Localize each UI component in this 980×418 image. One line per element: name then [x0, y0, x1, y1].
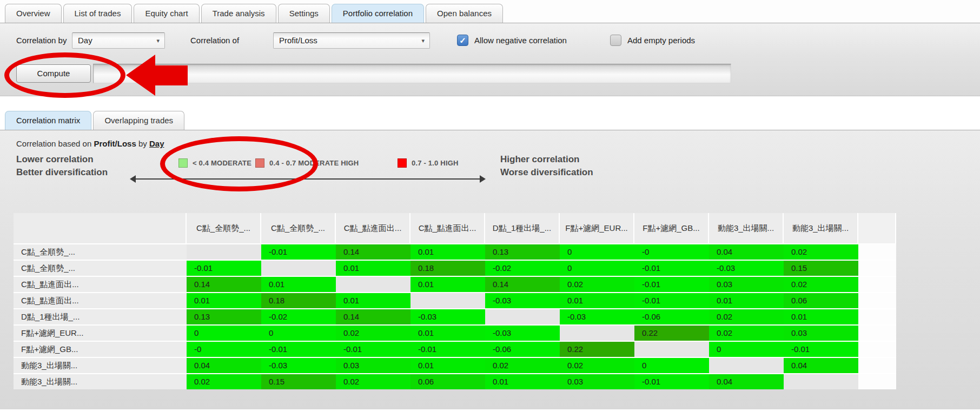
- matrix-cell: 0.02: [560, 358, 634, 373]
- matrix-cell: 0.18: [410, 261, 485, 276]
- matrix-row-filler: [858, 342, 896, 357]
- tab-correlation-matrix[interactable]: Correlation matrix: [5, 111, 91, 130]
- summary-metric: Profit/Loss: [94, 139, 136, 148]
- matrix-column-header: C點_全順勢_...: [261, 213, 336, 243]
- matrix-column-header: C點_點進面出...: [336, 213, 410, 243]
- matrix-column-header: D點_1種出場_...: [485, 213, 560, 243]
- matrix-cell: -0: [634, 244, 709, 260]
- matrix-cell: 0.14: [485, 277, 560, 292]
- matrix-cell: [709, 358, 784, 373]
- matrix-cell: 0: [634, 358, 709, 373]
- add-empty-periods-label: Add empty periods: [627, 35, 695, 46]
- correlation-matrix-panel: Correlation based on Profit/Loss by Day …: [0, 130, 980, 409]
- matrix-cell: -0.03: [410, 309, 485, 324]
- correlation-matrix-grid: C點_全順勢_...C點_全順勢_...C點_點進面出...C點_點進面出...…: [14, 213, 896, 389]
- tab-settings[interactable]: Settings: [278, 4, 330, 23]
- matrix-cell: -0.06: [485, 342, 560, 357]
- matrix-cell: -0.01: [261, 244, 336, 260]
- matrix-cell: 0.04: [187, 358, 261, 373]
- matrix-cell: 0.04: [709, 374, 784, 389]
- matrix-cell: 0.02: [187, 374, 261, 389]
- matrix-cell: -0.01: [634, 374, 709, 389]
- tab-overview[interactable]: Overview: [5, 4, 62, 23]
- results-tab-bar: Correlation matrix Overlapping trades: [0, 109, 980, 130]
- matrix-cell: 0.02: [560, 277, 634, 292]
- add-empty-periods-checkbox[interactable]: [610, 35, 621, 46]
- matrix-cell: 0.03: [784, 326, 858, 341]
- main-tab-bar: Overview List of trades Equity chart Tra…: [0, 0, 980, 23]
- matrix-cell: 0.02: [336, 326, 410, 341]
- matrix-row-label: C點_全順勢_...: [14, 261, 187, 276]
- tab-trade-analysis[interactable]: Trade analysis: [201, 4, 276, 23]
- matrix-row-filler: [858, 293, 896, 308]
- matrix-cell: [410, 293, 485, 308]
- correlation-of-label: Correlation of: [190, 32, 239, 49]
- matrix-cell: 0: [560, 261, 634, 276]
- red-circle-annotation-legend: [160, 136, 318, 191]
- matrix-cell: 0.01: [410, 244, 485, 260]
- tab-equity-chart[interactable]: Equity chart: [134, 4, 199, 23]
- correlation-of-dropdown[interactable]: Profit/Loss ▾: [273, 32, 430, 49]
- allow-negative-correlation-checkbox[interactable]: ✓: [457, 35, 468, 46]
- matrix-row-label: 動能3_出場關...: [14, 358, 187, 373]
- matrix-cell: -0.01: [634, 293, 709, 308]
- correlation-of-value: Profit/Loss: [279, 36, 317, 45]
- matrix-cell: 0: [709, 342, 784, 357]
- matrix-column-header: C點_點進面出...: [410, 213, 485, 243]
- matrix-cell: 0.02: [485, 358, 560, 373]
- portfolio-correlation-screen: Overview List of trades Equity chart Tra…: [0, 0, 980, 418]
- matrix-column-header: C點_全順勢_...: [187, 213, 261, 243]
- matrix-cell: -0.01: [784, 342, 858, 357]
- matrix-cell: -0.01: [410, 342, 485, 357]
- checkmark-icon: ✓: [459, 36, 466, 45]
- correlation-by-dropdown[interactable]: Day ▾: [72, 32, 165, 49]
- allow-negative-correlation-label: Allow negative correlation: [474, 35, 567, 46]
- matrix-cell: 0: [187, 326, 261, 341]
- legend-left-line2: Better diversification: [16, 166, 108, 179]
- matrix-cell: [560, 326, 634, 341]
- matrix-corner-cell: [14, 213, 187, 243]
- legend-lower-correlation-text: Lower correlation Better diversification: [16, 153, 108, 179]
- matrix-cell: 0.18: [261, 293, 336, 308]
- matrix-cell: 0.02: [784, 244, 858, 260]
- matrix-cell: [187, 244, 261, 260]
- legend-left-line1: Lower correlation: [16, 153, 108, 166]
- matrix-cell: 0.01: [784, 309, 858, 324]
- matrix-row-filler: [858, 261, 896, 276]
- matrix-header-filler: [858, 213, 896, 243]
- matrix-cell: 0.15: [784, 261, 858, 276]
- tab-portfolio-correlation[interactable]: Portfolio correlation: [332, 4, 424, 23]
- matrix-row-label: C點_點進面出...: [14, 277, 187, 292]
- legend-item-high: 0.7 - 1.0 HIGH: [398, 158, 459, 168]
- summary-connector: by: [138, 139, 147, 148]
- arrow-right-icon: [480, 175, 486, 183]
- tab-open-balances[interactable]: Open balances: [426, 4, 503, 23]
- matrix-row-label: F點+濾網_EUR...: [14, 326, 187, 341]
- matrix-cell: -0.03: [485, 293, 560, 308]
- matrix-cell: -0.01: [634, 261, 709, 276]
- matrix-cell: [336, 277, 410, 292]
- summary-prefix: Correlation based on: [16, 139, 91, 148]
- matrix-cell: -0.03: [709, 261, 784, 276]
- matrix-cell: 0.01: [410, 326, 485, 341]
- matrix-cell: 0: [261, 326, 336, 341]
- arrow-left-icon: [130, 175, 136, 183]
- matrix-row-label: D點_1種出場_...: [14, 309, 187, 324]
- matrix-cell: [784, 374, 858, 389]
- matrix-cell: 0: [560, 244, 634, 260]
- chevron-down-icon: ▾: [421, 33, 425, 48]
- matrix-cell: -0.03: [485, 326, 560, 341]
- matrix-cell: -0.02: [485, 261, 560, 276]
- matrix-row-label: F點+濾網_GB...: [14, 342, 187, 357]
- matrix-column-header: F點+濾網_EUR...: [560, 213, 634, 243]
- tab-overlapping-trades[interactable]: Overlapping trades: [93, 111, 184, 130]
- matrix-cell: [261, 261, 336, 276]
- matrix-cell: 0.04: [784, 358, 858, 373]
- tab-list-of-trades[interactable]: List of trades: [63, 4, 133, 23]
- matrix-cell: 0.01: [336, 261, 410, 276]
- matrix-cell: -0.06: [634, 309, 709, 324]
- matrix-row-filler: [858, 244, 896, 260]
- correlation-matrix-table: C點_全順勢_...C點_全順勢_...C點_點進面出...C點_點進面出...…: [14, 213, 896, 389]
- matrix-cell: 0.02: [336, 374, 410, 389]
- chevron-down-icon: ▾: [156, 33, 160, 48]
